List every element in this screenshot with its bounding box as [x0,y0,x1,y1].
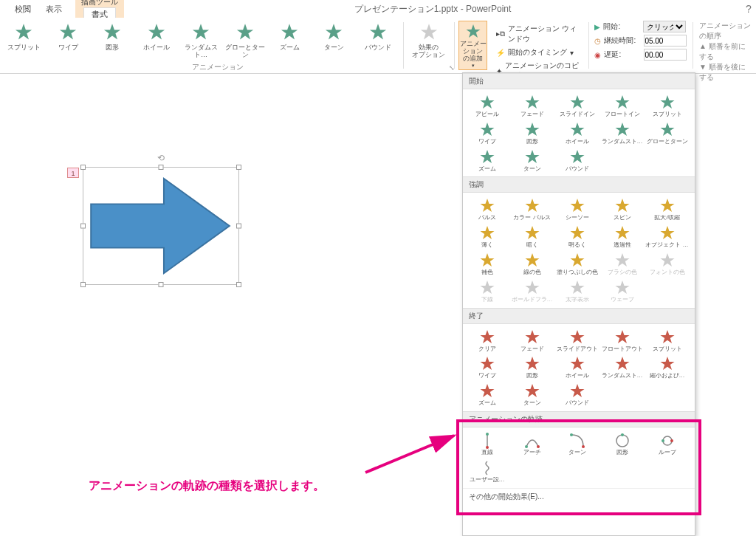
svg-point-7 [616,435,628,447]
svg-point-10 [670,439,673,442]
resize-handle[interactable] [80,282,86,287]
trigger-icon: ⚡ [496,49,505,57]
delay-input[interactable] [644,49,687,61]
emphasis-effect: 下線 [464,278,509,305]
svg-point-3 [525,445,528,448]
exit-effect[interactable]: 縮小および… [645,354,690,381]
gallery-item[interactable]: 図形 [90,21,134,52]
entrance-effect[interactable]: アピール [464,92,509,120]
exit-effect[interactable]: フロートアウト [599,327,645,354]
gallery-item[interactable]: グローとターン [223,21,267,59]
entrance-effect[interactable]: ズーム [464,147,509,174]
emphasis-effect[interactable]: 薄く [464,223,509,250]
emphasis-effect: ボールドフラ… [509,278,554,305]
emphasis-effect[interactable]: オブジェクト … [645,223,690,250]
gallery-item[interactable]: ランダムスト… [179,21,223,59]
delay-icon: ◉ [594,51,601,59]
svg-point-5 [570,433,573,436]
motion-effect[interactable]: 図形 [599,430,645,458]
duration-label: 継続時間: [604,35,641,46]
motion-effect[interactable]: 直線 [464,430,509,458]
emphasis-effect[interactable]: スピン [599,196,645,223]
emphasis-effect[interactable]: 拡大/収縮 [645,196,690,223]
gallery-item[interactable]: ホイール [134,21,179,52]
pane-icon: ▸⧉ [496,30,505,38]
more-effects[interactable]: その他の開始効果(E)... [463,488,695,505]
section-emphasis: 強調 [463,176,695,193]
selected-shape[interactable]: 1 ⟲ [83,167,239,285]
resize-handle[interactable] [236,224,241,229]
gallery-item[interactable]: ターン [312,21,356,52]
animation-pane-button[interactable]: ▸⧉アニメーション ウィンドウ [496,24,579,44]
move-earlier-button[interactable]: ▲ 順番を前にする [699,41,752,62]
group-label-animation: アニメーション [0,62,436,72]
svg-point-4 [537,445,540,448]
timing-panel: ▶ 開始: クリック時 ◷ 継続時間: ◉ 遅延: [590,18,691,73]
gallery-item[interactable]: ワイプ [46,21,90,52]
entrance-effect[interactable]: フェード [509,92,554,120]
motion-effect[interactable]: ターン [554,430,599,458]
trigger-button[interactable]: ⚡開始のタイミング ▾ [496,47,579,58]
entrance-effect[interactable]: スライドイン [554,92,599,120]
exit-effect[interactable]: ランダムスト… [599,354,645,381]
reorder-panel: アニメーションの順序 ▲ 順番を前にする ▼ 順番を後にする [695,18,756,73]
move-later-button[interactable]: ▼ 順番を後にする [699,62,752,83]
rotation-handle[interactable]: ⟲ [157,153,165,163]
entrance-effect[interactable]: 図形 [509,120,554,147]
exit-effect[interactable]: バウンド [554,381,599,408]
emphasis-effect[interactable]: パルス [464,196,509,223]
exit-effect[interactable]: ワイプ [464,354,509,381]
entrance-effect[interactable]: ランダムスト… [599,120,645,147]
resize-handle[interactable] [236,165,241,170]
motion-effect[interactable]: ユーザー設… [464,458,509,485]
tab-review[interactable]: 校閲 [7,1,38,18]
emphasis-effect[interactable]: カラー パルス [509,196,554,223]
resize-handle[interactable] [236,282,241,287]
start-select[interactable]: クリック時 [643,21,686,32]
svg-point-6 [582,445,585,448]
duration-input[interactable] [644,35,687,47]
entrance-effect[interactable]: スプリット [645,92,690,120]
effect-options-button[interactable]: 効果の オプション [407,21,451,59]
gallery-item[interactable]: バウンド [356,21,400,52]
emphasis-effect[interactable]: 明るく [554,223,599,250]
tool-context-label: 描画ツール [81,0,118,7]
exit-effect[interactable]: ホイール [554,354,599,381]
svg-line-11 [365,436,454,473]
dialog-launcher-icon[interactable]: ⤡ [449,64,455,72]
help-button[interactable]: ? [741,3,756,15]
exit-effect[interactable]: クリア [464,327,509,354]
gallery-item[interactable]: スプリット [1,21,46,52]
clock-icon: ◷ [594,37,601,45]
exit-effect[interactable]: 図形 [509,354,554,381]
tab-view[interactable]: 表示 [38,1,69,18]
resize-handle[interactable] [159,165,164,170]
add-animation-button[interactable]: アニメーション の追加 ▾ [458,21,487,70]
exit-effect[interactable]: スライドアウト [554,327,599,354]
exit-effect[interactable]: ターン [509,381,554,408]
resize-handle[interactable] [159,282,164,287]
exit-effect[interactable]: フェード [509,327,554,354]
resize-handle[interactable] [80,165,86,170]
emphasis-effect[interactable]: 暗く [509,223,554,250]
animation-tag[interactable]: 1 [67,168,79,178]
emphasis-effect[interactable]: 透過性 [599,223,645,250]
entrance-effect[interactable]: ターン [509,147,554,174]
svg-point-9 [662,439,664,442]
reorder-title: アニメーションの順序 [699,21,752,41]
entrance-effect[interactable]: フロートイン [599,92,645,120]
emphasis-effect[interactable]: 線の色 [509,250,554,278]
entrance-effect[interactable]: グローとターン [645,120,690,147]
emphasis-effect[interactable]: 補色 [464,250,509,278]
entrance-effect[interactable]: バウンド [554,147,599,174]
entrance-effect[interactable]: ホイール [554,120,599,147]
exit-effect[interactable]: ズーム [464,381,509,408]
gallery-item[interactable]: ズーム [267,21,312,52]
emphasis-effect[interactable]: シーソー [554,196,599,223]
entrance-effect[interactable]: ワイプ [464,120,509,147]
exit-effect[interactable]: スプリット [645,327,690,354]
motion-effect[interactable]: ループ [645,430,690,458]
motion-effect[interactable]: アーチ [509,430,554,458]
resize-handle[interactable] [80,224,86,229]
emphasis-effect[interactable]: 塗りつぶしの色 [554,250,599,278]
